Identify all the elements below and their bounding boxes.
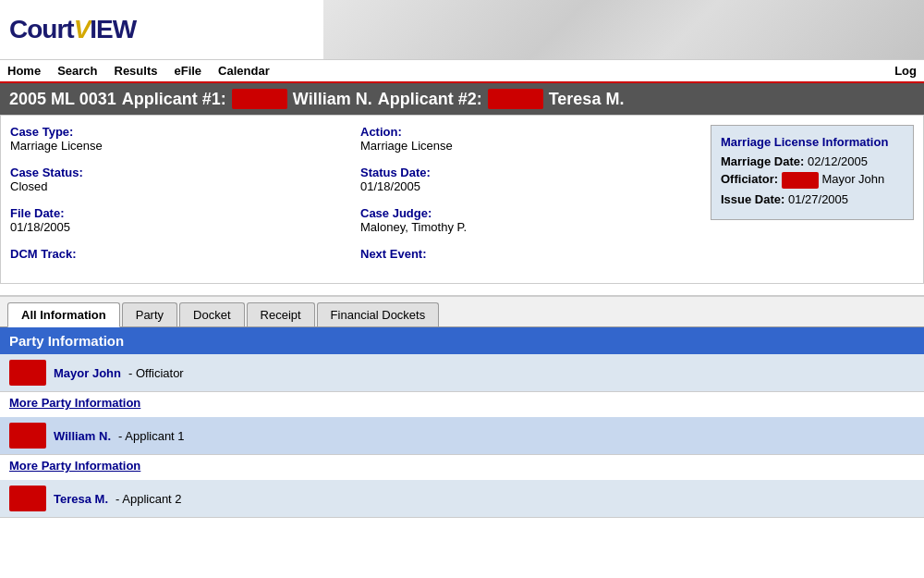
party2-avatar xyxy=(9,423,46,449)
status-date-label: Status Date: xyxy=(360,166,701,179)
officiator-row: Officiator: Mayor John xyxy=(721,172,904,189)
issue-date-value: 01/27/2005 xyxy=(788,192,848,206)
applicant1-label: Applicant #1: xyxy=(122,90,226,109)
marriage-box-title: Marriage License Information xyxy=(721,135,904,149)
case-type-label: Case Type: xyxy=(10,125,351,139)
issue-date-label: Issue Date: xyxy=(721,192,784,206)
party2-name: William N. xyxy=(54,429,111,443)
navigation: Home Search Results eFile Calendar Log xyxy=(0,60,924,83)
case-info-mid: Action: Marriage License Status Date: 01… xyxy=(360,125,701,274)
party3-avatar xyxy=(9,486,46,511)
applicant1-redacted xyxy=(232,89,287,109)
party-row-3: Teresa M. - Applicant 2 xyxy=(0,480,924,518)
dcm-track-value xyxy=(10,261,351,268)
officiator-label: Officiator: xyxy=(721,172,778,186)
marriage-license-box: Marriage License Information Marriage Da… xyxy=(711,125,914,220)
next-event-label: Next Event: xyxy=(360,247,701,261)
action-label: Action: xyxy=(360,125,701,139)
file-date-label: File Date: xyxy=(10,206,351,220)
party3-name: Teresa M. xyxy=(54,492,108,506)
officiator-name: Mayor John xyxy=(821,172,884,186)
dcm-track-label: DCM Track: xyxy=(10,247,351,261)
more-party-link-2: More Party Information xyxy=(0,455,924,480)
tabs-bar: All Information Party Docket Receipt Fin… xyxy=(0,297,924,327)
logo-court: Court xyxy=(9,15,74,43)
tab-party[interactable]: Party xyxy=(122,302,177,326)
issue-date-row: Issue Date: 01/27/2005 xyxy=(721,192,904,206)
case-type-value: Marriage License xyxy=(10,139,351,160)
header: CourtVIEW xyxy=(0,0,924,60)
party1-name: Mayor John xyxy=(54,366,121,380)
more-party-link-2-anchor[interactable]: More Party Information xyxy=(9,459,140,473)
applicant2-redacted xyxy=(488,89,543,109)
more-party-link-1: More Party Information xyxy=(0,392,924,417)
applicant1-name: William N. xyxy=(293,90,372,109)
case-number: 2005 ML 0031 xyxy=(9,90,116,109)
case-judge-label: Case Judge: xyxy=(360,206,701,220)
party-info-header: Party Information xyxy=(0,327,924,354)
tab-receipt[interactable]: Receipt xyxy=(247,302,315,326)
party-row-2: William N. - Applicant 1 xyxy=(0,417,924,455)
marriage-date-row: Marriage Date: 02/12/2005 xyxy=(721,154,904,168)
case-status-label: Case Status: xyxy=(10,166,351,179)
next-event-value xyxy=(360,261,701,268)
case-title-bar: 2005 ML 0031 Applicant #1: William N. Ap… xyxy=(0,83,924,115)
header-background xyxy=(323,0,924,60)
status-date-value: 01/18/2005 xyxy=(360,179,701,201)
case-info-right: Marriage License Information Marriage Da… xyxy=(711,125,914,274)
party-row-1: Mayor John - Officiator xyxy=(0,354,924,392)
logo-accent: V xyxy=(74,15,91,43)
tab-content: Party Information Mayor John - Officiato… xyxy=(0,327,924,518)
applicant2-name: Teresa M. xyxy=(549,90,625,109)
officiator-redacted xyxy=(782,172,819,189)
logo: CourtVIEW xyxy=(9,15,136,44)
more-party-link-1-anchor[interactable]: More Party Information xyxy=(9,396,140,410)
case-info-left: Case Type: Marriage License Case Status:… xyxy=(10,125,351,274)
tabs-section: All Information Party Docket Receipt Fin… xyxy=(0,295,924,518)
nav-home[interactable]: Home xyxy=(7,62,41,80)
tab-docket[interactable]: Docket xyxy=(179,302,244,326)
marriage-date-label: Marriage Date: xyxy=(721,154,804,168)
party2-role: - Applicant 1 xyxy=(118,429,185,443)
file-date-value: 01/18/2005 xyxy=(10,220,351,241)
applicant2-label: Applicant #2: xyxy=(378,90,482,109)
nav-calendar[interactable]: Calendar xyxy=(218,62,270,80)
action-value: Marriage License xyxy=(360,139,701,160)
party1-role: - Officiator xyxy=(128,366,184,380)
nav-search[interactable]: Search xyxy=(57,62,97,80)
nav-logout[interactable]: Log xyxy=(894,62,917,80)
case-judge-value: Maloney, Timothy P. xyxy=(360,220,701,241)
logo-view: IEW xyxy=(90,15,136,43)
marriage-date-value: 02/12/2005 xyxy=(808,154,868,168)
party1-avatar xyxy=(9,360,46,386)
party3-role: - Applicant 2 xyxy=(116,492,182,506)
case-info-section: Case Type: Marriage License Case Status:… xyxy=(0,115,924,284)
nav-results[interactable]: Results xyxy=(115,62,158,80)
case-status-value: Closed xyxy=(10,179,351,201)
tab-financial-dockets[interactable]: Financial Dockets xyxy=(317,302,440,326)
nav-efile[interactable]: eFile xyxy=(174,62,201,80)
tab-all-information[interactable]: All Information xyxy=(7,302,120,327)
